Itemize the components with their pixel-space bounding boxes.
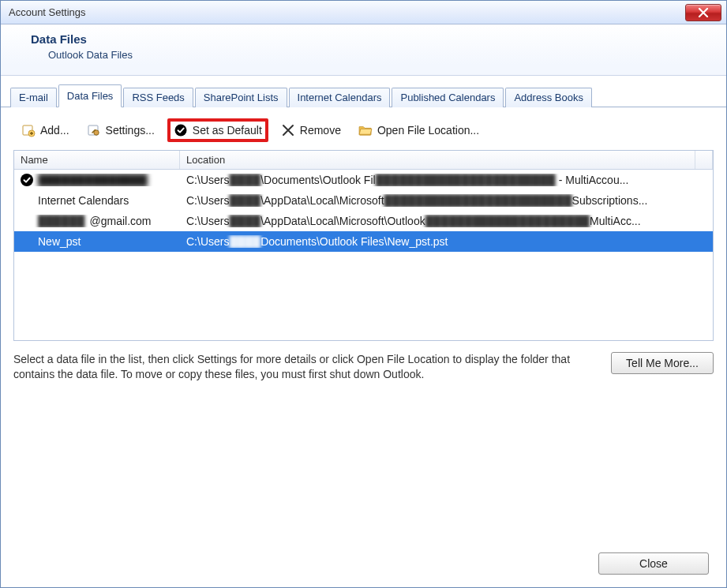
folder-open-icon [358, 123, 373, 137]
set-default-button[interactable]: Set as Default [167, 118, 268, 142]
tab-address-books[interactable]: Address Books [505, 88, 591, 107]
footer: Close [1, 545, 726, 587]
table-row[interactable]: ██████@gmail.com C:\Users████\AppData\Lo… [14, 211, 713, 231]
tabstrip: E-mail Data Files RSS Feeds SharePoint L… [1, 76, 726, 107]
row-name-blurred: ██████████████ [38, 174, 148, 186]
list-rows: ██████████████ C:\Users████\Documents\Ou… [14, 170, 713, 340]
tab-data-files[interactable]: Data Files [58, 84, 122, 107]
tab-internet-calendars[interactable]: Internet Calendars [289, 88, 391, 107]
settings-icon [87, 123, 101, 137]
add-label: Add... [40, 124, 69, 137]
table-row[interactable]: New_pst C:\Users████Documents\Outlook Fi… [14, 231, 713, 252]
add-button[interactable]: Add... [17, 120, 74, 140]
column-name[interactable]: Name [14, 151, 180, 169]
tab-body: Add... Settings... [1, 107, 726, 545]
svg-point-4 [174, 125, 186, 137]
settings-button[interactable]: Settings... [82, 120, 159, 140]
header-title: Data Files [31, 32, 706, 46]
close-icon [698, 8, 709, 17]
header-subtitle: Outlook Data Files [48, 49, 706, 61]
header: Data Files Outlook Data Files [1, 24, 726, 76]
row-location: C:\Users████Documents\Outlook Files\New_… [180, 235, 713, 248]
account-settings-window: Account Settings Data Files Outlook Data… [0, 0, 727, 588]
tab-rss-feeds[interactable]: RSS Feeds [123, 88, 193, 107]
remove-label: Remove [300, 124, 341, 137]
titlebar: Account Settings [1, 1, 726, 24]
tab-sharepoint-lists[interactable]: SharePoint Lists [195, 88, 287, 107]
hint-text: Select a data file in the list, then cli… [13, 352, 595, 382]
settings-label: Settings... [106, 124, 155, 137]
data-files-list[interactable]: Name Location ██████████████ C:\Users███… [13, 150, 714, 341]
open-file-location-label: Open File Location... [377, 124, 479, 137]
remove-icon [281, 123, 295, 137]
tell-me-more-button[interactable]: Tell Me More... [611, 352, 714, 374]
add-icon [21, 123, 36, 137]
row-name: Internet Calendars [38, 194, 129, 207]
column-location[interactable]: Location [180, 151, 695, 169]
table-row[interactable]: ██████████████ C:\Users████\Documents\Ou… [14, 170, 713, 190]
set-default-label: Set as Default [193, 124, 262, 137]
row-name: @gmail.com [90, 215, 152, 227]
row-name-blurred: ██████ [38, 215, 85, 227]
default-check-icon [21, 174, 33, 186]
list-header: Name Location [14, 151, 713, 170]
close-button[interactable]: Close [598, 552, 709, 575]
close-window-button[interactable] [685, 4, 721, 21]
hint-row: Select a data file in the list, then cli… [13, 352, 714, 382]
row-location: C:\Users████\AppData\Local\Microsoft████… [180, 194, 713, 207]
window-title: Account Settings [9, 6, 682, 18]
remove-button[interactable]: Remove [276, 120, 346, 140]
table-row[interactable]: Internet Calendars C:\Users████\AppData\… [14, 190, 713, 211]
row-name: New_pst [38, 235, 81, 248]
column-spacer [695, 151, 713, 169]
row-location: C:\Users████\Documents\Outlook Fil██████… [180, 174, 713, 186]
check-circle-icon [174, 123, 188, 137]
open-file-location-button[interactable]: Open File Location... [354, 120, 484, 140]
tab-email[interactable]: E-mail [10, 88, 57, 107]
toolbar: Add... Settings... [13, 112, 714, 150]
row-location: C:\Users████\AppData\Local\Microsoft\Out… [180, 215, 713, 227]
tab-published-calendars[interactable]: Published Calendars [392, 88, 504, 107]
